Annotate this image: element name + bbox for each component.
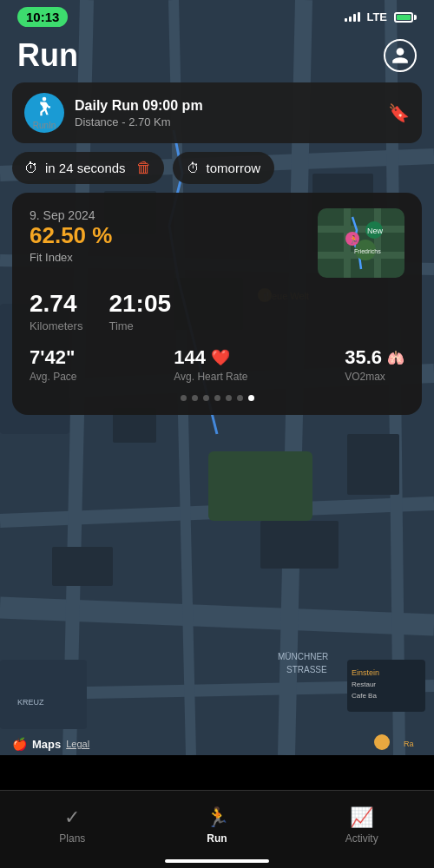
- svg-rect-35: [318, 226, 404, 233]
- status-bar: 10:13 LTE: [0, 0, 434, 30]
- fit-index-label: Fit Index: [30, 251, 112, 264]
- nav-activity[interactable]: 📈 Activity: [289, 791, 434, 868]
- stats-bottom-row: 7'42" Avg. Pace 144 ❤️ Avg. Heart Rate 3…: [30, 346, 404, 383]
- run-nav-icon: 🏃: [206, 806, 229, 829]
- svg-rect-13: [208, 451, 312, 521]
- trash-icon[interactable]: 🗑: [136, 159, 152, 177]
- stats-main-row: 2.74 Kilometers 21:05 Time: [30, 290, 404, 332]
- fit-index-value: 62.50 %: [30, 222, 112, 249]
- nav-plans[interactable]: ✓ Plans: [0, 791, 145, 868]
- dot-2: [192, 395, 198, 401]
- run-label: Run: [207, 832, 227, 845]
- runner-icon: [32, 95, 56, 120]
- time-value: 21:05: [108, 290, 171, 318]
- page-title: Run: [17, 37, 78, 74]
- tomorrow-button[interactable]: ⏱ tomorrow: [173, 152, 275, 184]
- dot-7-active: [248, 395, 254, 401]
- profile-button[interactable]: [384, 39, 417, 72]
- activity-info: Daily Run 09:00 pm Distance - 2.70 Km: [75, 98, 203, 128]
- svg-text:MÜNCHNER: MÜNCHNER: [278, 652, 328, 661]
- svg-text:🏃: 🏃: [349, 234, 359, 245]
- svg-rect-19: [52, 547, 113, 586]
- svg-rect-20: [347, 434, 399, 495]
- svg-text:KREUZ: KREUZ: [17, 698, 44, 707]
- lungs-icon: 🫁: [387, 350, 404, 366]
- avg-heart-rate-value: 144 ❤️: [174, 346, 247, 369]
- kilometers-label: Kilometers: [30, 319, 82, 332]
- svg-rect-18: [260, 521, 339, 569]
- run-app-icon: RunIn: [24, 93, 64, 133]
- time-stat: 21:05 Time: [108, 290, 171, 332]
- stats-header: 9. Sep 2024 62.50 % Fit Index New Friedr…: [30, 208, 404, 278]
- activity-card[interactable]: RunIn Daily Run 09:00 pm Distance - 2.70…: [12, 82, 422, 143]
- svg-text:Cafe Ba: Cafe Ba: [352, 692, 377, 700]
- svg-text:New: New: [367, 227, 384, 235]
- profile-icon: [391, 46, 410, 65]
- avg-heart-rate-label: Avg. Heart Rate: [174, 371, 247, 383]
- dot-3: [203, 395, 209, 401]
- heart-icon: ❤️: [211, 348, 230, 367]
- status-time: 10:13: [17, 7, 68, 27]
- lte-label: LTE: [366, 10, 387, 23]
- avg-pace-value: 7'42": [30, 346, 76, 369]
- home-indicator: [165, 859, 269, 863]
- timer-label: in 24 seconds: [45, 161, 126, 175]
- activity-title: Daily Run 09:00 pm: [75, 98, 203, 114]
- legal-link[interactable]: Legal: [66, 739, 89, 749]
- vo2max-stat: 35.6 🫁 VO2max: [345, 346, 404, 383]
- stats-panel: 9. Sep 2024 62.50 % Fit Index New Friedr…: [12, 193, 422, 415]
- maps-attribution: 🍎 Maps Legal: [12, 737, 89, 751]
- bookmark-icon[interactable]: 🔖: [388, 102, 410, 123]
- map-thumbnail[interactable]: New Friedrichs 🏃: [318, 208, 404, 278]
- header: Run: [0, 30, 434, 82]
- kilometers-value: 2.74: [30, 290, 82, 318]
- svg-point-32: [374, 734, 390, 750]
- avg-pace-label: Avg. Pace: [30, 371, 76, 383]
- dot-6: [237, 395, 243, 401]
- status-icons: LTE: [345, 10, 417, 23]
- activity-subtitle: Distance - 2.70 Km: [75, 115, 203, 128]
- run-app-label: RunIn: [33, 121, 56, 130]
- avg-heart-rate-stat: 144 ❤️ Avg. Heart Rate: [174, 346, 247, 383]
- pagination-dots: [30, 395, 404, 401]
- svg-text:Friedrichs: Friedrichs: [354, 248, 381, 254]
- svg-text:STRASSE: STRASSE: [286, 665, 327, 674]
- timer-row: ⏱ in 24 seconds 🗑 ⏱ tomorrow: [12, 152, 422, 184]
- time-label: Time: [108, 319, 171, 332]
- plans-label: Plans: [59, 832, 85, 845]
- signal-bars-icon: [345, 12, 360, 22]
- activity-icon: 📈: [350, 806, 373, 829]
- activity-card-left: RunIn Daily Run 09:00 pm Distance - 2.70…: [24, 93, 203, 133]
- maps-brand: Maps: [32, 738, 61, 751]
- vo2max-label: VO2max: [345, 371, 404, 383]
- dot-5: [226, 395, 232, 401]
- svg-point-33: [43, 97, 47, 102]
- clock-icon-2: ⏱: [187, 161, 200, 175]
- bottom-nav: ✓ Plans 🏃 Run 📈 Activity: [0, 790, 434, 868]
- plans-icon: ✓: [64, 806, 80, 829]
- timer-button[interactable]: ⏱ in 24 seconds 🗑: [12, 152, 164, 184]
- svg-text:Restaur: Restaur: [352, 681, 376, 688]
- dot-4: [214, 395, 220, 401]
- vo2max-value: 35.6 🫁: [345, 346, 404, 369]
- avg-pace-stat: 7'42" Avg. Pace: [30, 346, 76, 383]
- activity-label: Activity: [345, 832, 378, 845]
- nav-run[interactable]: 🏃 Run: [145, 791, 290, 868]
- clock-icon: ⏱: [24, 161, 38, 176]
- svg-rect-12: [0, 660, 87, 729]
- svg-text:Ra: Ra: [404, 740, 414, 748]
- tomorrow-label: tomorrow: [207, 161, 261, 175]
- battery-icon: [394, 12, 417, 23]
- stats-date: 9. Sep 2024: [30, 208, 112, 222]
- dot-1: [181, 395, 187, 401]
- apple-icon: 🍎: [12, 737, 27, 751]
- svg-rect-38: [374, 208, 381, 278]
- svg-text:Einstein: Einstein: [352, 668, 379, 677]
- kilometers-stat: 2.74 Kilometers: [30, 290, 82, 332]
